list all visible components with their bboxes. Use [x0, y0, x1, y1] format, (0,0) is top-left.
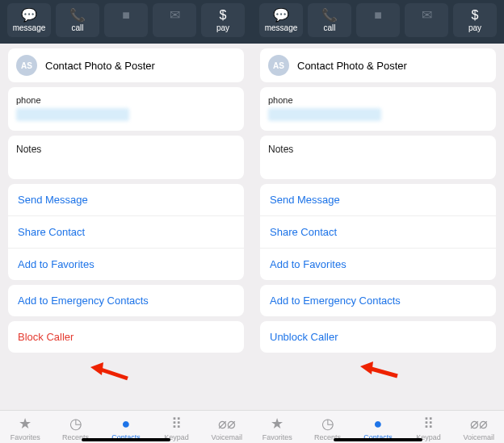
- mail-icon: ✉: [422, 9, 432, 22]
- phone-number-redacted: [16, 108, 129, 121]
- top-action-bar: 💬message 📞call ■video ✉mail $pay: [0, 0, 252, 44]
- unblock-caller-row[interactable]: Unblock Caller: [260, 321, 496, 353]
- keypad-icon: ⠿: [423, 416, 434, 432]
- send-message-row[interactable]: Send Message: [8, 184, 244, 216]
- call-button[interactable]: 📞call: [56, 3, 99, 37]
- add-emergency-row[interactable]: Add to Emergency Contacts: [8, 285, 244, 316]
- video-button: ■video: [356, 3, 400, 37]
- phone-right: 💬message 📞call ■video ✉mail $pay AS Cont…: [252, 0, 504, 443]
- phone-icon: 📞: [321, 9, 338, 22]
- actions-group-3: Unblock Caller: [260, 321, 496, 353]
- clock-icon: ◷: [321, 416, 334, 432]
- content-area: AS Contact Photo & Poster phone Notes Se…: [0, 44, 252, 410]
- share-contact-row[interactable]: Share Contact: [8, 216, 244, 249]
- tab-favorites-label: Favorites: [262, 433, 292, 441]
- video-button: ■video: [104, 3, 148, 37]
- tab-favorites[interactable]: ★Favorites: [252, 416, 302, 441]
- tab-voicemail-label: Voicemail: [212, 433, 243, 441]
- mail-icon: ✉: [170, 9, 180, 22]
- mail-button: ✉mail: [405, 3, 448, 37]
- contact-photo-card[interactable]: AS Contact Photo & Poster: [8, 48, 244, 82]
- tab-voicemail[interactable]: ⌀⌀Voicemail: [454, 416, 504, 441]
- call-label: call: [71, 23, 83, 32]
- add-favorites-row[interactable]: Add to Favorites: [260, 249, 496, 280]
- tab-bar: ★Favorites ◷Recents ●Contacts ⠿Keypad ⌀⌀…: [0, 410, 252, 443]
- actions-group-1: Send Message Share Contact Add to Favori…: [260, 184, 496, 280]
- share-contact-row[interactable]: Share Contact: [260, 216, 496, 249]
- notes-label: Notes: [16, 144, 236, 155]
- actions-group-3: Block Caller: [8, 321, 244, 353]
- person-icon: ●: [374, 416, 383, 432]
- avatar: AS: [16, 55, 37, 76]
- dollar-icon: $: [220, 9, 227, 22]
- message-button[interactable]: 💬message: [259, 3, 303, 37]
- mail-button: ✉mail: [153, 3, 196, 37]
- tab-voicemail-label: Voicemail: [464, 433, 495, 441]
- pay-label: pay: [468, 23, 481, 32]
- phone-field-label: phone: [16, 95, 236, 105]
- tab-bar: ★Favorites ◷Recents ●Contacts ⠿Keypad ⌀⌀…: [252, 410, 504, 443]
- phone-icon: 📞: [69, 9, 86, 22]
- home-indicator: [82, 438, 170, 441]
- call-label: call: [323, 23, 335, 32]
- pay-button[interactable]: $pay: [201, 3, 245, 37]
- phone-card[interactable]: phone: [260, 87, 496, 131]
- block-caller-row[interactable]: Block Caller: [8, 321, 244, 353]
- tab-favorites-label: Favorites: [10, 433, 40, 441]
- actions-group-2: Add to Emergency Contacts: [260, 285, 496, 316]
- video-icon: ■: [122, 9, 130, 22]
- message-button[interactable]: 💬message: [7, 3, 51, 37]
- speech-bubble-icon: 💬: [21, 9, 37, 22]
- notes-card[interactable]: Notes: [8, 136, 244, 179]
- call-button[interactable]: 📞call: [308, 3, 351, 37]
- phone-field-label: phone: [268, 95, 488, 105]
- person-icon: ●: [122, 416, 131, 432]
- dollar-icon: $: [472, 9, 479, 22]
- actions-group-2: Add to Emergency Contacts: [8, 285, 244, 316]
- top-action-bar: 💬message 📞call ■video ✉mail $pay: [252, 0, 504, 44]
- pay-label: pay: [216, 23, 229, 32]
- contact-photo-label: Contact Photo & Poster: [297, 60, 407, 72]
- add-emergency-row[interactable]: Add to Emergency Contacts: [260, 285, 496, 316]
- message-label: message: [265, 23, 298, 32]
- actions-group-1: Send Message Share Contact Add to Favori…: [8, 184, 244, 280]
- star-icon: ★: [271, 416, 284, 432]
- phone-number-redacted: [268, 108, 381, 121]
- voicemail-icon: ⌀⌀: [470, 416, 488, 432]
- voicemail-icon: ⌀⌀: [218, 416, 236, 432]
- contact-photo-card[interactable]: AS Contact Photo & Poster: [260, 48, 496, 82]
- add-favorites-row[interactable]: Add to Favorites: [8, 249, 244, 280]
- phone-card[interactable]: phone: [8, 87, 244, 131]
- send-message-row[interactable]: Send Message: [260, 184, 496, 216]
- pay-button[interactable]: $pay: [453, 3, 497, 37]
- avatar: AS: [268, 55, 289, 76]
- phone-left: 💬message 📞call ■video ✉mail $pay AS Cont…: [0, 0, 252, 443]
- notes-label: Notes: [268, 144, 488, 155]
- star-icon: ★: [19, 416, 32, 432]
- message-label: message: [13, 23, 46, 32]
- keypad-icon: ⠿: [171, 416, 182, 432]
- tab-favorites[interactable]: ★Favorites: [0, 416, 50, 441]
- video-icon: ■: [374, 9, 382, 22]
- clock-icon: ◷: [69, 416, 82, 432]
- home-indicator: [334, 438, 422, 441]
- speech-bubble-icon: 💬: [273, 9, 289, 22]
- notes-card[interactable]: Notes: [260, 136, 496, 179]
- content-area: AS Contact Photo & Poster phone Notes Se…: [252, 44, 504, 410]
- contact-photo-label: Contact Photo & Poster: [45, 60, 155, 72]
- tab-voicemail[interactable]: ⌀⌀Voicemail: [202, 416, 252, 441]
